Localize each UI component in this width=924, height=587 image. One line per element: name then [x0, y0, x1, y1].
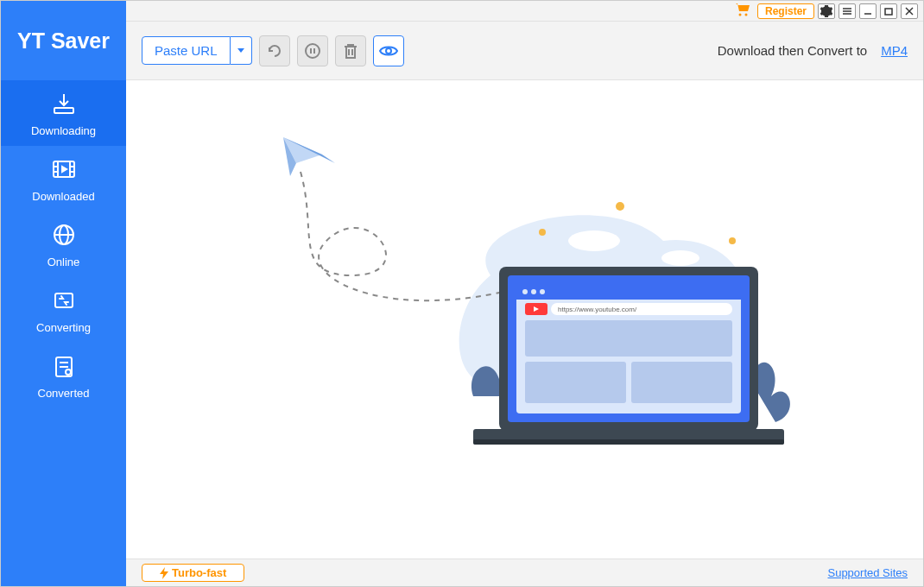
undo-icon	[266, 42, 283, 60]
empty-state-illustration: https://www.youtube.com/	[249, 120, 801, 483]
minimize-icon[interactable]	[859, 3, 877, 19]
svg-point-17	[744, 13, 747, 16]
sidebar-item-label: Online	[47, 256, 80, 268]
cart-icon[interactable]	[735, 3, 750, 20]
close-icon[interactable]	[901, 3, 918, 19]
svg-point-25	[306, 44, 320, 58]
maximize-icon[interactable]	[880, 3, 897, 19]
svg-rect-11	[55, 294, 73, 307]
turbo-label: Turbo-fast	[172, 566, 226, 579]
sidebar-nav: Downloading Downloaded Online Converting	[1, 80, 126, 586]
svg-point-42	[540, 289, 545, 294]
svg-point-16	[738, 13, 741, 16]
sidebar-item-converted[interactable]: Converted	[1, 343, 126, 408]
pause-icon	[304, 42, 321, 60]
supported-sites-link[interactable]: Supported Sites	[827, 566, 908, 579]
svg-point-33	[729, 237, 736, 244]
paste-url-dropdown[interactable]	[231, 36, 252, 65]
content-area: https://www.youtube.com/	[126, 80, 923, 559]
svg-rect-39	[516, 284, 741, 300]
sidebar-item-label: Converted	[38, 387, 90, 400]
sidebar-item-downloaded[interactable]: Downloaded	[1, 146, 126, 211]
convert-format-link[interactable]: MP4	[881, 43, 908, 58]
film-icon	[50, 155, 78, 183]
globe-icon	[50, 221, 78, 249]
logo-area: YT Saver	[1, 1, 126, 80]
sidebar-item-converting[interactable]: Converting	[1, 277, 126, 343]
app-root: YT Saver Downloading Downloaded Online	[0, 0, 924, 587]
sidebar-item-label: Converting	[36, 321, 91, 334]
svg-rect-47	[631, 362, 732, 403]
undo-button[interactable]	[259, 35, 290, 66]
trash-icon	[343, 42, 358, 60]
clipboard-icon	[50, 352, 78, 380]
sidebar: YT Saver Downloading Downloaded Online	[1, 1, 126, 586]
svg-point-40	[522, 289, 528, 294]
refresh-icon	[50, 287, 78, 314]
paste-url-button[interactable]: Paste URL	[142, 36, 231, 65]
svg-rect-22	[885, 9, 892, 15]
svg-point-41	[531, 289, 536, 294]
gear-icon[interactable]	[818, 3, 835, 19]
svg-point-15	[66, 369, 71, 375]
pause-button[interactable]	[297, 35, 328, 66]
download-icon	[50, 90, 78, 117]
chevron-down-icon	[237, 48, 244, 54]
svg-point-29	[568, 230, 620, 251]
sidebar-item-online[interactable]: Online	[1, 211, 126, 277]
main-area: Register Paste URL	[126, 1, 923, 586]
sidebar-item-label: Downloaded	[32, 190, 94, 203]
register-button[interactable]: Register	[757, 3, 814, 19]
turbo-fast-button[interactable]: Turbo-fast	[142, 564, 244, 582]
lightning-icon	[160, 567, 168, 579]
svg-rect-45	[525, 320, 732, 357]
toolbar: Paste URL Download then Convert to MP4	[126, 22, 923, 80]
footer: Turbo-fast Supported Sites	[126, 559, 923, 586]
svg-rect-49	[473, 439, 784, 445]
svg-point-32	[616, 202, 624, 211]
delete-button[interactable]	[335, 35, 366, 66]
svg-point-28	[386, 48, 391, 54]
paste-url-group: Paste URL	[142, 36, 252, 65]
sidebar-item-label: Downloading	[31, 124, 96, 137]
sidebar-item-downloading[interactable]: Downloading	[1, 80, 126, 146]
svg-point-31	[539, 229, 546, 236]
eye-icon	[379, 44, 398, 58]
preview-button[interactable]	[373, 35, 404, 66]
convert-prefix-label: Download then Convert to	[718, 43, 867, 58]
svg-rect-46	[525, 362, 626, 403]
svg-point-30	[661, 250, 699, 266]
menu-icon[interactable]	[839, 3, 856, 19]
illustration-url: https://www.youtube.com/	[558, 306, 637, 313]
svg-rect-0	[54, 108, 73, 113]
app-title: YT Saver	[17, 28, 110, 54]
titlebar: Register	[126, 1, 923, 22]
